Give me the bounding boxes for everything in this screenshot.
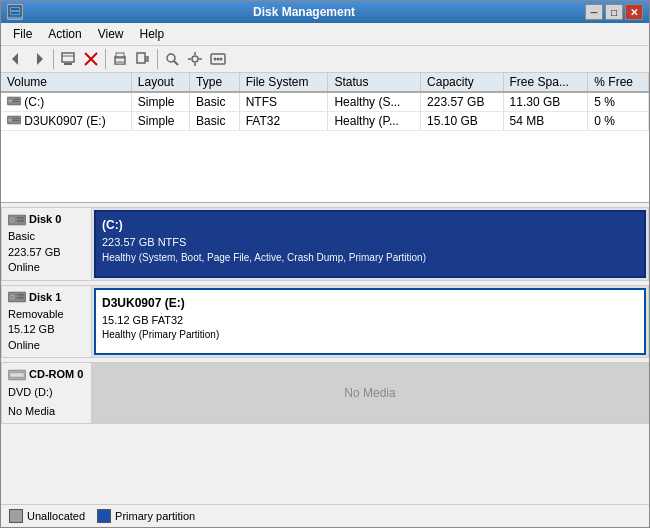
primary-swatch <box>97 509 111 523</box>
svg-rect-2 <box>11 12 19 14</box>
cell-volume: (C:) <box>1 92 131 112</box>
svg-rect-1 <box>11 8 19 10</box>
disk-type-disk1: Removable <box>8 307 85 322</box>
svg-point-25 <box>214 58 217 61</box>
unallocated-label: Unallocated <box>27 510 85 522</box>
disk-partitions-cdrom0[interactable]: No Media <box>91 362 649 424</box>
legend-bar: Unallocated Primary partition <box>1 504 649 527</box>
help-button[interactable] <box>207 48 229 70</box>
title-bar: Disk Management ─ □ ✕ <box>1 1 649 23</box>
table-row[interactable]: (C:)SimpleBasicNTFSHealthy (S...223.57 G… <box>1 92 649 112</box>
forward-button[interactable] <box>28 48 50 70</box>
partition-title: (C:) <box>102 216 638 234</box>
menu-file[interactable]: File <box>5 25 40 43</box>
svg-rect-34 <box>13 118 19 119</box>
svg-rect-5 <box>62 53 74 62</box>
cell-capacity: 15.10 GB <box>421 112 503 131</box>
partition-detail2: Healthy (System, Boot, Page File, Active… <box>102 251 638 264</box>
disk-row-cdrom0: CD-ROM 0 DVD (D:) No Media No Media <box>1 362 649 424</box>
menu-action[interactable]: Action <box>40 25 89 43</box>
cell-layout: Simple <box>131 92 189 112</box>
disk-management-window: Disk Management ─ □ ✕ File Action View H… <box>0 0 650 528</box>
svg-point-17 <box>167 54 175 62</box>
table-header-row: Volume Layout Type File System Status Ca… <box>1 73 649 92</box>
disk-partitions-disk0[interactable]: (C:) 223.57 GB NTFS Healthy (System, Boo… <box>91 207 649 281</box>
svg-rect-30 <box>13 99 19 100</box>
svg-marker-3 <box>12 53 18 65</box>
svg-rect-47 <box>10 373 24 377</box>
svg-rect-0 <box>9 6 21 16</box>
cell-volume: D3UK0907 (E:) <box>1 112 131 131</box>
disk-status-cdrom0: No Media <box>8 404 85 419</box>
delete-button[interactable] <box>80 48 102 70</box>
partition-D3UK0907 (E:)[interactable]: D3UK0907 (E:) 15.12 GB FAT32 Healthy (Pr… <box>94 288 646 356</box>
disk-type-cdrom0: DVD (D:) <box>8 385 85 400</box>
disk-label-disk1: Disk 1 Removable 15.12 GB Online <box>1 285 91 359</box>
menu-view[interactable]: View <box>90 25 132 43</box>
disk-label-disk0: Disk 0 Basic 223.57 GB Online <box>1 207 91 281</box>
primary-label: Primary partition <box>115 510 195 522</box>
col-capacity[interactable]: Capacity <box>421 73 503 92</box>
cell-layout: Simple <box>131 112 189 131</box>
export-button[interactable] <box>132 48 154 70</box>
disk-size-disk1: 15.12 GB <box>8 322 85 337</box>
legend-unallocated: Unallocated <box>9 509 85 523</box>
svg-point-33 <box>8 118 12 122</box>
svg-point-26 <box>217 58 220 61</box>
toolbar-separator-3 <box>157 49 158 69</box>
search-button[interactable] <box>161 48 183 70</box>
window-controls: ─ □ ✕ <box>585 4 643 20</box>
properties-button[interactable] <box>57 48 79 70</box>
disk-status-disk1: Online <box>8 338 85 353</box>
cell-status: Healthy (P... <box>328 112 421 131</box>
toolbar-separator-2 <box>105 49 106 69</box>
disk-size-disk0: 223.57 GB <box>8 245 85 260</box>
svg-rect-31 <box>13 101 19 102</box>
svg-rect-39 <box>17 217 24 219</box>
disk-row-disk1: Disk 1 Removable 15.12 GB Online D3UK090… <box>1 285 649 359</box>
disk-title-disk0: Disk 0 <box>8 212 85 227</box>
menu-bar: File Action View Help <box>1 23 649 46</box>
no-media-text: No Media <box>344 386 395 400</box>
partition-(C:)[interactable]: (C:) 223.57 GB NTFS Healthy (System, Boo… <box>94 210 646 278</box>
svg-rect-12 <box>116 61 124 64</box>
cell-filesystem: FAT32 <box>239 112 328 131</box>
volume-table-area[interactable]: Volume Layout Type File System Status Ca… <box>1 73 649 203</box>
partition-detail1: 15.12 GB FAT32 <box>102 312 638 329</box>
settings-button[interactable] <box>184 48 206 70</box>
table-row[interactable]: D3UK0907 (E:)SimpleBasicFAT32Healthy (P.… <box>1 112 649 131</box>
print-button[interactable] <box>109 48 131 70</box>
minimize-button[interactable]: ─ <box>585 4 603 20</box>
svg-rect-45 <box>17 297 24 299</box>
window-icon <box>7 4 23 20</box>
col-freespace[interactable]: Free Spa... <box>503 73 588 92</box>
maximize-button[interactable]: □ <box>605 4 623 20</box>
svg-rect-13 <box>137 53 145 63</box>
disk-partitions-disk1[interactable]: D3UK0907 (E:) 15.12 GB FAT32 Healthy (Pr… <box>91 285 649 359</box>
disk-title-cdrom0: CD-ROM 0 <box>8 367 85 382</box>
disk-status-disk0: Online <box>8 260 85 275</box>
svg-rect-44 <box>17 294 24 296</box>
cell-type: Basic <box>190 92 240 112</box>
col-percentfree[interactable]: % Free <box>588 73 649 92</box>
toolbar <box>1 46 649 73</box>
col-volume[interactable]: Volume <box>1 73 131 92</box>
close-button[interactable]: ✕ <box>625 4 643 20</box>
svg-rect-40 <box>17 220 24 222</box>
disk-view-area[interactable]: Disk 0 Basic 223.57 GB Online (C:) 223.5… <box>1 203 649 504</box>
col-status[interactable]: Status <box>328 73 421 92</box>
disk-title-disk1: Disk 1 <box>8 290 85 305</box>
menu-help[interactable]: Help <box>132 25 173 43</box>
cell-filesystem: NTFS <box>239 92 328 112</box>
col-layout[interactable]: Layout <box>131 73 189 92</box>
main-content: Volume Layout Type File System Status Ca… <box>1 73 649 504</box>
unallocated-swatch <box>9 509 23 523</box>
col-type[interactable]: Type <box>190 73 240 92</box>
svg-point-27 <box>220 58 223 61</box>
col-filesystem[interactable]: File System <box>239 73 328 92</box>
svg-rect-35 <box>13 120 19 121</box>
disk-label-cdrom0: CD-ROM 0 DVD (D:) No Media <box>1 362 91 424</box>
partition-detail2: Healthy (Primary Partition) <box>102 328 638 341</box>
back-button[interactable] <box>5 48 27 70</box>
disk-type-disk0: Basic <box>8 229 85 244</box>
